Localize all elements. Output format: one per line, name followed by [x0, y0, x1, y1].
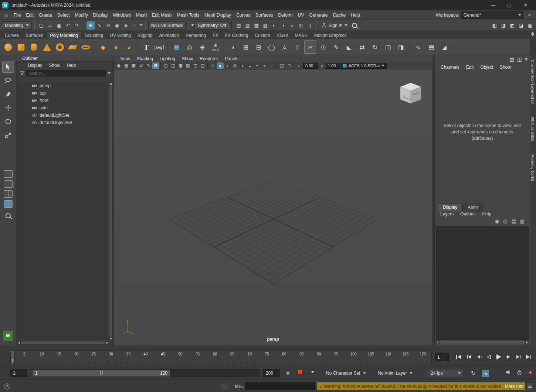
- view-cube[interactable]: FRONT RIGHT: [398, 81, 423, 107]
- bookmarks-icon[interactable]: ▤: [123, 62, 130, 69]
- mute-audio-icon[interactable]: [506, 370, 511, 375]
- textured-icon[interactable]: ◐: [224, 62, 231, 69]
- scroll-left-button[interactable]: [436, 341, 439, 344]
- gate-mask-icon[interactable]: ▣: [177, 62, 184, 69]
- menu-select[interactable]: Select: [55, 10, 72, 20]
- channel-menu-edit[interactable]: Edit: [463, 64, 477, 70]
- field-chart-icon[interactable]: ▥: [184, 62, 191, 69]
- shelf-tab-mash[interactable]: MASH: [291, 32, 311, 39]
- panel-menu-show[interactable]: Show: [179, 56, 196, 61]
- animation-end-field[interactable]: 200: [263, 369, 280, 377]
- panel-menu-renderer[interactable]: Renderer: [197, 56, 221, 61]
- display-layer-list[interactable]: [436, 226, 529, 340]
- scroll-down-button[interactable]: [109, 337, 113, 340]
- play-backward-button[interactable]: [484, 352, 493, 362]
- outliner-item-side[interactable]: side: [17, 104, 109, 112]
- channel-menu-object[interactable]: Object: [477, 64, 496, 70]
- selection-mask-component-toggle[interactable]: ▦: [252, 21, 261, 30]
- go-to-end-button[interactable]: [524, 352, 533, 362]
- move-tool-button[interactable]: [3, 102, 14, 113]
- menu-mesh[interactable]: Mesh: [133, 10, 149, 20]
- shelf-bevel-button[interactable]: ◣: [343, 40, 355, 54]
- depth-of-field-icon[interactable]: ◌: [268, 62, 275, 69]
- shelf-extrude-button[interactable]: ⇧: [291, 40, 303, 54]
- toggle-layer-visibility-icon[interactable]: ◉: [495, 218, 499, 224]
- rotate-tool-button[interactable]: [3, 116, 14, 127]
- outliner-menu-display[interactable]: Display: [25, 62, 45, 68]
- pause-evaluation-button[interactable]: ||: [306, 21, 314, 30]
- play-forward-button[interactable]: [494, 352, 503, 362]
- shelf-target-weld-button[interactable]: ⊙: [317, 40, 329, 54]
- shelf-construction-plane-button[interactable]: ▦: [170, 40, 183, 54]
- chevron-down-icon[interactable]: [191, 24, 194, 26]
- home-icon[interactable]: ⌂: [1, 10, 11, 20]
- command-line-grip[interactable]: [221, 384, 228, 389]
- shelf-combine-button[interactable]: ⊞: [240, 40, 252, 54]
- menu-cache[interactable]: Cache: [330, 10, 348, 20]
- more-info-button[interactable]: More Info: [505, 384, 524, 389]
- shelf-mirror-button[interactable]: ◑: [227, 40, 239, 54]
- outliner-persp-layout-button[interactable]: [4, 200, 13, 208]
- selection-mask-object-toggle[interactable]: ▥: [244, 21, 252, 30]
- maximize-button[interactable]: ▢: [501, 0, 518, 10]
- shelf-poly-helix-button[interactable]: ◕: [123, 40, 135, 54]
- shelf-tab-custom[interactable]: Custom: [251, 32, 273, 39]
- shelf-type-tool-button[interactable]: T: [140, 40, 152, 54]
- status-separator[interactable]: [33, 21, 36, 30]
- scrollbar-thumb[interactable]: [21, 341, 105, 344]
- menu-set-select[interactable]: Modeling: [2, 21, 32, 30]
- range-drag-handle[interactable]: [100, 371, 103, 375]
- channel-menu-channels[interactable]: Channels: [438, 64, 462, 70]
- panel-menu-lighting[interactable]: Lighting: [157, 56, 178, 61]
- menu-uv[interactable]: UV: [295, 10, 307, 20]
- create-empty-layer-button[interactable]: ▤: [511, 218, 516, 224]
- menu-help[interactable]: Help: [348, 10, 363, 20]
- help-icon[interactable]: ?: [4, 384, 10, 389]
- anti-aliasing-icon[interactable]: ≈: [261, 62, 268, 69]
- layer-tab-display[interactable]: Display: [438, 204, 462, 211]
- step-forward-key-button[interactable]: [504, 352, 513, 362]
- resolution-gate-icon[interactable]: ◫: [170, 62, 177, 69]
- selection-mask-hierarchy-toggle[interactable]: ▤: [235, 21, 243, 30]
- show-hide-ui-elements-button[interactable]: ▣: [526, 21, 534, 30]
- script-editor-button[interactable]: [526, 382, 534, 390]
- safe-action-icon[interactable]: ◰: [192, 62, 199, 69]
- shelf-poly-pipe-button[interactable]: [79, 40, 92, 54]
- shelf-poly-plane-button[interactable]: [67, 40, 79, 54]
- safe-title-icon[interactable]: ◱: [199, 62, 206, 69]
- outliner-item-persp[interactable]: persp: [17, 82, 109, 89]
- menu-display[interactable]: Display: [91, 10, 110, 20]
- outliner-item-top[interactable]: top: [17, 89, 109, 97]
- outliner-item-default-object-set[interactable]: defaultObjectSet: [17, 119, 109, 126]
- outliner-menu-show[interactable]: Show: [46, 62, 62, 68]
- menu-edit[interactable]: Edit: [23, 10, 36, 20]
- evaluation-mode-icon[interactable]: ◴: [297, 21, 305, 30]
- select-tool-button[interactable]: [3, 61, 14, 72]
- menu-surfaces[interactable]: Surfaces: [253, 10, 275, 20]
- undo-button[interactable]: ↶: [64, 21, 72, 30]
- shelf-reduce-button[interactable]: ◬: [278, 40, 291, 54]
- shelf-mirror-cut-button[interactable]: ◨: [395, 40, 407, 54]
- shelf-scroll-up-icon[interactable]: [531, 32, 534, 34]
- close-button[interactable]: ✕: [518, 0, 534, 10]
- workspace-options-icon[interactable]: ≡: [526, 11, 533, 19]
- panel-divider[interactable]: [438, 200, 526, 200]
- snap-to-grid-toggle[interactable]: ⊞: [86, 21, 95, 30]
- outliner-menu-help[interactable]: Help: [64, 62, 78, 68]
- shelf-tab-fx-caching[interactable]: FX Caching: [222, 32, 252, 39]
- single-pane-layout-button[interactable]: [4, 170, 13, 178]
- motion-blur-icon[interactable]: ◓: [254, 62, 261, 69]
- render-settings-button[interactable]: ◒: [288, 21, 296, 30]
- dock-tab-attribute-editor[interactable]: Attribute Editor: [530, 117, 535, 141]
- time-slider[interactable]: 5 10 15 20 25 30 35 40 45 50 55 60 65 70…: [10, 351, 432, 364]
- snap-to-view-plane-toggle[interactable]: ◈: [122, 21, 130, 30]
- command-language-toggle[interactable]: MEL: [233, 383, 245, 390]
- shelf-circularize-button[interactable]: ↻: [369, 40, 381, 54]
- timeline-playhead[interactable]: 1: [11, 351, 15, 364]
- shelf-poly-torus-button[interactable]: [54, 40, 66, 54]
- command-input[interactable]: [245, 382, 315, 390]
- filter-icon[interactable]: [20, 71, 24, 75]
- current-frame-field[interactable]: 1: [435, 353, 449, 361]
- scroll-right-button[interactable]: [525, 341, 529, 344]
- film-gate-icon[interactable]: ▢: [162, 62, 169, 69]
